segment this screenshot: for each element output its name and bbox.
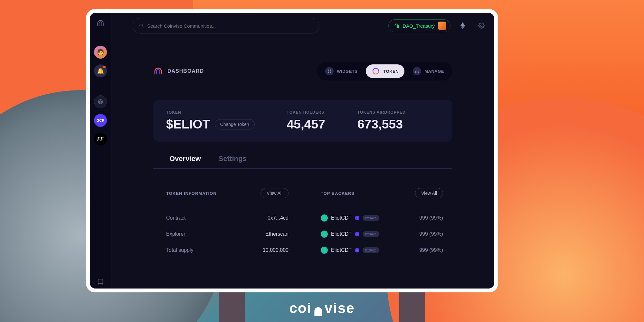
svg-point-6: [330, 70, 331, 71]
backer-address: 0x942c: [363, 215, 379, 221]
sidebar-item-docs[interactable]: [90, 275, 111, 285]
sidebar-item-notifications[interactable]: 🔔: [94, 64, 107, 77]
dashboard-tabs: WIDGETS TOKEN MANAGE: [317, 62, 452, 80]
search-input[interactable]: [147, 23, 313, 29]
info-row: Total supply 10,000,000: [166, 242, 289, 258]
stat-holders: TOKEN HOLDERS 45,457: [287, 110, 325, 131]
app-frame: 🧑 🔔 GCR FF: [86, 9, 498, 292]
stat-value: 45,457: [287, 117, 325, 131]
info-row: Explorer Etherscan: [166, 226, 289, 242]
view-all-button[interactable]: View All: [415, 188, 443, 198]
token-information-section: TOKEN INFORMATION View All Contract 0x7.…: [166, 188, 289, 289]
backer-address: 0x942c: [363, 231, 379, 237]
circle-icon: [97, 99, 104, 105]
avatar-icon: 🧑: [97, 49, 104, 56]
svg-point-7: [328, 71, 329, 73]
dashboard-logo-icon: [153, 66, 163, 76]
ethereum-icon: [460, 22, 465, 29]
settings-icon[interactable]: [478, 23, 485, 29]
widgets-icon: [325, 67, 334, 75]
brand-wordmark: coivise: [289, 300, 355, 316]
svg-point-0: [98, 99, 102, 104]
top-backers-section: TOP BACKERS View All EliotCDT ✦ 0x942c 9…: [321, 188, 443, 289]
info-value: Etherscan: [265, 231, 289, 237]
avatar-icon: [321, 231, 328, 238]
wallet-avatar-icon: [438, 22, 446, 30]
svg-point-5: [328, 70, 329, 71]
verified-badge-icon: ✦: [355, 216, 359, 220]
info-label: Contract: [166, 215, 185, 221]
dashboard-header: DASHBOARD WIDGETS: [153, 62, 452, 80]
stat-label: TOKEN HOLDERS: [287, 110, 325, 115]
sidebar-item-profile[interactable]: 🧑: [94, 46, 107, 59]
subtabs: Overview Settings: [153, 155, 452, 169]
backer-address: 0x942c: [363, 247, 379, 253]
avatar-icon: [321, 214, 328, 222]
stat-value: 673,553: [357, 117, 406, 131]
tab-label: WIDGETS: [337, 69, 357, 74]
stat-token: TOKEN $ELIOT Change Token: [166, 110, 255, 131]
info-value: 10,000,000: [263, 247, 289, 253]
arch-icon: [312, 304, 324, 315]
sidebar-item-ff[interactable]: FF: [94, 133, 107, 146]
overview-columns: TOKEN INFORMATION View All Contract 0x7.…: [153, 188, 452, 289]
svg-line-3: [142, 27, 143, 28]
stat-label: TOKEN: [166, 110, 255, 115]
tab-widgets[interactable]: WIDGETS: [319, 64, 363, 78]
stat-airdropped: TOKENS AIRDROPPED 673,553: [357, 110, 406, 131]
backer-row[interactable]: EliotCDT ✦ 0x942c 999 (99%): [321, 210, 443, 226]
content: DASHBOARD WIDGETS: [111, 39, 494, 289]
subtab-overview[interactable]: Overview: [169, 155, 201, 169]
change-token-button[interactable]: Change Token: [215, 119, 255, 129]
section-title: TOKEN INFORMATION: [166, 191, 217, 196]
divider: [153, 168, 452, 169]
wallet-label: DAO_Treasury: [403, 23, 435, 29]
backer-row[interactable]: EliotCDT ✦ 0x942c 999 (99%): [321, 226, 443, 242]
info-row: Contract 0x7...4cd: [166, 210, 289, 226]
backer-name: EliotCDT: [331, 247, 352, 253]
subtab-settings[interactable]: Settings: [219, 155, 247, 169]
token-icon: [372, 67, 380, 75]
svg-rect-12: [417, 70, 417, 73]
stats-card: TOKEN $ELIOT Change Token TOKEN HOLDERS …: [153, 100, 452, 142]
sidebar: 🧑 🔔 GCR FF: [90, 13, 111, 289]
stat-label: TOKENS AIRDROPPED: [357, 110, 406, 115]
manage-icon: [413, 67, 421, 75]
backer-value: 999 (99%): [419, 215, 443, 221]
tab-label: TOKEN: [383, 69, 399, 74]
search-input-wrapper[interactable]: [133, 18, 319, 33]
wallet-selector[interactable]: DAO_Treasury: [388, 19, 450, 32]
backer-row[interactable]: EliotCDT ✦ 0x942c 999 (99%): [321, 242, 443, 258]
book-icon: [97, 279, 104, 286]
bank-icon: [394, 23, 400, 29]
search-icon: [139, 23, 144, 28]
view-all-button[interactable]: View All: [260, 188, 289, 198]
verified-badge-icon: ✦: [355, 232, 359, 236]
tab-label: MANAGE: [424, 69, 444, 74]
backer-value: 999 (99%): [419, 247, 443, 253]
tab-manage[interactable]: MANAGE: [407, 64, 450, 78]
app-window: 🧑 🔔 GCR FF: [90, 13, 494, 289]
svg-point-8: [330, 71, 331, 73]
network-selector[interactable]: [459, 21, 466, 31]
brand-logo-icon[interactable]: [96, 19, 105, 28]
svg-point-4: [481, 25, 482, 27]
backer-name: EliotCDT: [331, 231, 352, 237]
avatar-icon: [321, 247, 328, 254]
main-area: DAO_Treasury DASHBOARD: [111, 13, 494, 289]
svg-rect-13: [418, 71, 419, 73]
svg-point-2: [140, 24, 143, 27]
backer-name: EliotCDT: [331, 215, 352, 221]
info-label: Total supply: [166, 247, 194, 253]
info-label: Explorer: [166, 231, 185, 237]
page-title: DASHBOARD: [167, 68, 204, 74]
tab-token[interactable]: TOKEN: [366, 64, 404, 78]
section-title: TOP BACKERS: [321, 191, 355, 196]
svg-rect-11: [415, 71, 416, 73]
sidebar-item-circle[interactable]: [94, 95, 107, 108]
svg-point-1: [99, 101, 102, 103]
backer-value: 999 (99%): [419, 231, 443, 237]
bell-icon: 🔔: [97, 67, 104, 74]
stat-value: $ELIOT: [166, 117, 210, 131]
sidebar-item-gcr[interactable]: GCR: [94, 114, 107, 127]
